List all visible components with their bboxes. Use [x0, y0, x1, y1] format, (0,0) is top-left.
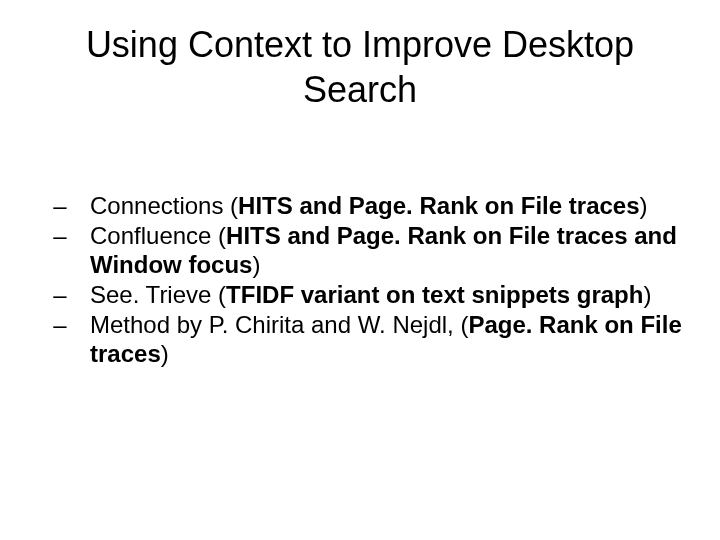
item-bold: TFIDF variant on text snippets graph [226, 281, 643, 308]
item-pre: Connections ( [90, 192, 238, 219]
list-item-text: Connections (HITS and Page. Rank on File… [90, 192, 690, 220]
item-post: ) [161, 340, 169, 367]
list-item: – Method by P. Chirita and W. Nejdl, (Pa… [30, 311, 690, 368]
list-item: – Confluence (HITS and Page. Rank on Fil… [30, 222, 690, 279]
list-item: – Connections (HITS and Page. Rank on Fi… [30, 192, 690, 220]
slide: Using Context to Improve Desktop Search … [0, 0, 720, 540]
list-item-text: Confluence (HITS and Page. Rank on File … [90, 222, 690, 279]
slide-title: Using Context to Improve Desktop Search [0, 0, 720, 112]
item-pre: See. Trieve ( [90, 281, 226, 308]
item-post: ) [640, 192, 648, 219]
bullet-dash: – [30, 281, 90, 309]
item-post: ) [643, 281, 651, 308]
bullet-dash: – [30, 311, 90, 339]
list-item: – See. Trieve (TFIDF variant on text sni… [30, 281, 690, 309]
list-item-text: Method by P. Chirita and W. Nejdl, (Page… [90, 311, 690, 368]
slide-body: – Connections (HITS and Page. Rank on Fi… [0, 112, 720, 368]
item-post: ) [252, 251, 260, 278]
item-pre: Confluence ( [90, 222, 226, 249]
item-bold: HITS and Page. Rank on File traces [238, 192, 639, 219]
bullet-dash: – [30, 222, 90, 250]
list-item-text: See. Trieve (TFIDF variant on text snipp… [90, 281, 690, 309]
bullet-dash: – [30, 192, 90, 220]
item-pre: Method by P. Chirita and W. Nejdl, ( [90, 311, 468, 338]
